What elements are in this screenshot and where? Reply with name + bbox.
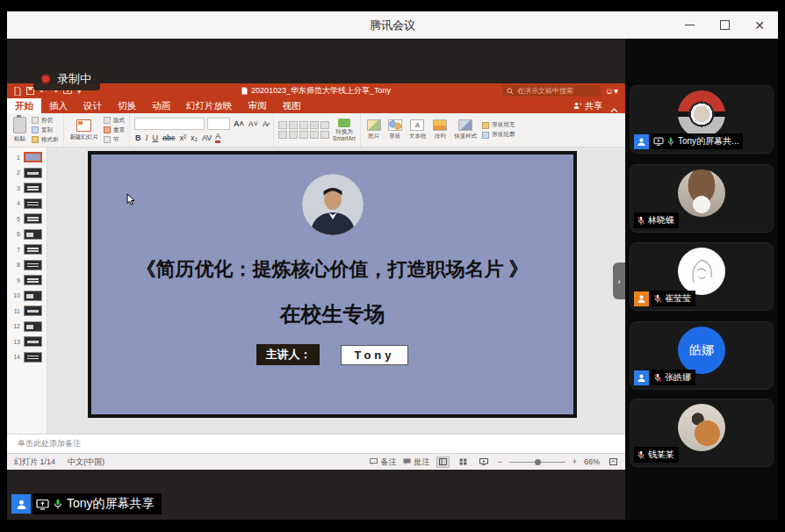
maximize-button[interactable] [718,19,731,32]
numbering-icon[interactable] [289,121,298,129]
shapes-button[interactable]: 形状 [386,119,404,140]
textbox-button[interactable]: A文本框 [407,119,429,140]
ppt-search-input[interactable]: 在演示文稿中搜索 [502,85,601,97]
participant-tile-linxiaodie[interactable]: 林晓蝶 [630,164,774,233]
columns-icon[interactable] [320,131,329,139]
superscript-button[interactable]: x² [179,133,188,142]
character-spacing-button[interactable]: AV [201,133,212,142]
tab-review[interactable]: 审阅 [241,98,275,113]
zoom-level[interactable]: 66% [584,457,600,466]
slide-thumb-14[interactable]: 14 [11,352,47,363]
zoom-slider[interactable] [509,457,565,468]
participant-tile-qianmoumou[interactable]: 钱某某 [630,399,774,467]
collapse-ribbon-icon[interactable] [610,101,618,117]
zoom-in-button[interactable]: + [573,457,577,466]
indent-increase-icon[interactable] [310,121,319,129]
slide-thumb-11[interactable]: 11 [11,306,47,316]
tab-animations[interactable]: 动画 [144,98,178,113]
tab-design[interactable]: 设计 [76,98,110,113]
slide-thumb-2[interactable]: 2 [11,168,47,178]
notes-placeholder: 单击此处添加备注 [18,438,81,449]
slide-thumb-1[interactable]: 1 [11,152,47,162]
font-name-select[interactable] [134,118,205,130]
current-slide[interactable]: 《简历优化：提炼核心价值，打造职场名片 》 在校生专场 主讲人： Tony [88,151,577,418]
bold-button[interactable]: B [134,133,142,142]
picture-button[interactable]: 图片 [365,119,383,140]
participant-tile-tony[interactable]: Tony的屏幕共... [630,85,774,154]
arrange-button[interactable]: 排列 [431,119,449,140]
presenter-row: 主讲人： Tony [256,344,407,365]
sidebar-expand-handle[interactable]: › [613,262,625,299]
slide-thumb-13[interactable]: 13 [11,336,47,347]
language-indicator[interactable]: 中文(中国) [68,457,104,468]
feedback-smiley-icon[interactable]: ☺▾ [605,85,618,97]
meeting-main-area: 录制中 ↶ ↷ ▾ 20201023_华东师范大学线上分享_Tony [7,39,778,520]
slide-thumb-5[interactable]: 5 [11,213,47,224]
zoom-out-button[interactable]: − [497,457,501,466]
minimize-button[interactable] [683,19,695,32]
slide-thumbnail-panel[interactable]: 1 2 3 4 5 6 7 8 9 10 11 12 13 14 [7,147,47,434]
slide-thumb-10[interactable]: 10 [11,291,47,301]
italic-button[interactable]: I [145,133,149,142]
shape-outline-button[interactable]: 形状轮廓 [482,131,515,139]
mic-muted-icon [637,450,645,460]
tab-insert[interactable]: 插入 [41,98,76,113]
layout-button[interactable]: 版式 [104,117,125,125]
justify-icon[interactable] [310,131,319,139]
ppt-share-button[interactable]: 共享 [573,98,602,113]
slide-thumb-6[interactable]: 6 [11,229,47,240]
slide-canvas[interactable]: 《简历优化：提炼核心价值，打造职场名片 》 在校生专场 主讲人： Tony [47,147,625,434]
align-right-icon[interactable] [299,131,308,139]
new-slide-button[interactable]: 新建幻灯片 [68,119,101,141]
normal-view-button[interactable] [436,457,450,468]
tab-view[interactable]: 视图 [275,98,309,113]
grow-font-button[interactable]: A˄ [233,119,245,128]
quick-styles-button[interactable]: 快速样式 [452,119,479,140]
slide-sorter-view-button[interactable] [457,457,470,468]
section-button[interactable]: 节 [104,136,125,144]
clear-format-button[interactable]: A̷ [262,119,269,128]
slide-thumb-9[interactable]: 9 [11,275,47,285]
cut-button[interactable]: 剪切 [32,117,59,125]
slideshow-view-button[interactable] [477,457,490,468]
format-painter-button[interactable]: 格式刷 [32,136,59,144]
comments-toggle-button[interactable]: 批注 [403,457,429,468]
slide-thumb-8[interactable]: 8 [11,260,47,270]
fit-slide-button[interactable] [607,457,620,468]
paste-button[interactable]: 粘贴 [11,117,28,143]
tab-transitions[interactable]: 切换 [110,98,144,113]
participant-tile-cuiyingying[interactable]: 崔莹莹 [630,242,774,311]
slide-thumb-3[interactable]: 3 [11,183,47,193]
mic-on-icon [53,499,63,510]
align-center-icon[interactable] [289,131,298,139]
line-spacing-icon[interactable] [320,121,329,129]
reset-button[interactable]: 重置 [104,126,125,134]
tab-home[interactable]: 开始 [7,98,41,113]
underline-button[interactable]: U [152,133,160,142]
paragraph-buttons[interactable] [278,121,329,139]
clipboard-icon [13,117,26,133]
font-size-select[interactable] [207,118,230,130]
participant-tile-zhanghaona[interactable]: 皓娜 张皓娜 [630,321,774,390]
mic-muted-icon [653,373,662,383]
indent-decrease-icon[interactable] [299,121,308,129]
tab-slideshow[interactable]: 幻灯片放映 [178,98,241,113]
smartart-icon [338,119,350,127]
strikethrough-button[interactable]: abc [162,133,176,142]
align-left-icon[interactable] [278,131,287,139]
participant-name: 林晓蝶 [648,214,674,226]
convert-smartart-button[interactable]: 转换为 SmartArt [333,119,356,141]
notes-toggle-button[interactable]: 备注 [370,457,396,468]
slide-thumb-7[interactable]: 7 [11,244,47,255]
participant-name: 钱某某 [648,449,674,461]
shrink-font-button[interactable]: A˅ [248,119,259,128]
notes-pane[interactable]: 单击此处添加备注 [7,434,625,453]
slide-thumb-4[interactable]: 4 [11,198,47,209]
bullets-icon[interactable] [278,121,287,129]
copy-button[interactable]: 复制 [32,126,59,134]
shape-fill-button[interactable]: 形状填充 [482,121,515,129]
font-color-button[interactable]: A [215,133,220,143]
slide-thumb-12[interactable]: 12 [11,321,47,332]
subscript-button[interactable]: x₂ [190,133,198,142]
close-button[interactable]: ✕ [753,19,766,32]
